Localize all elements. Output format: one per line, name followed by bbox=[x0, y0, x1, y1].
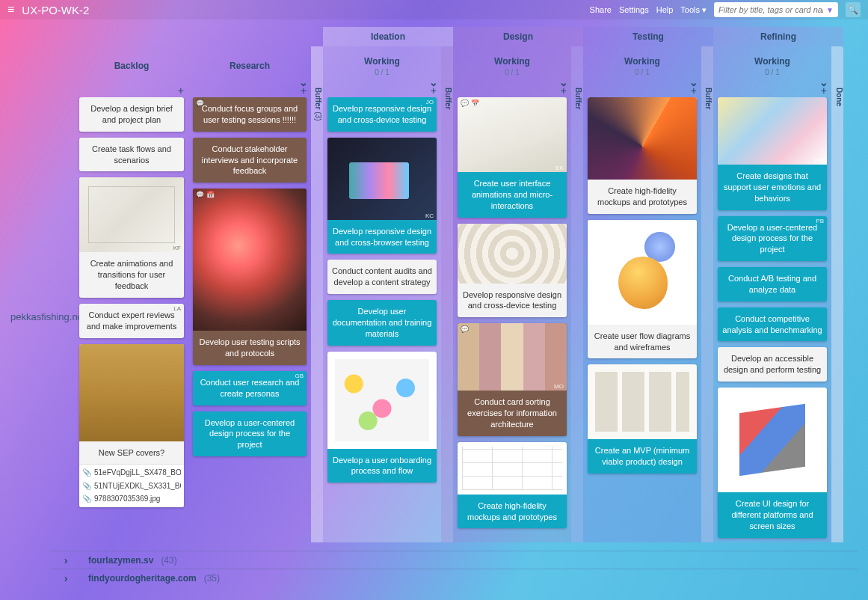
share-link[interactable]: Share bbox=[590, 5, 612, 14]
card[interactable]: PBDevelop a user-centered design process… bbox=[718, 216, 827, 262]
topbar-right: Share Settings Help Tools ▾ ▼ 🔍 bbox=[590, 2, 861, 17]
card[interactable]: Develop responsive design and cross-brow… bbox=[327, 138, 437, 254]
card-text: Create designs that support user emotion… bbox=[718, 165, 827, 210]
card[interactable]: Develop a user-centered design process f… bbox=[193, 411, 307, 457]
card[interactable]: 💬Conduct card sorting exercises for info… bbox=[458, 323, 567, 436]
chevron-down-icon[interactable]: ⌄ bbox=[689, 76, 698, 88]
board-title: UX-PO-WK-2 bbox=[22, 4, 89, 16]
card[interactable]: Develop an accessible design and perform… bbox=[718, 347, 827, 382]
card-image bbox=[79, 344, 184, 441]
help-link[interactable]: Help bbox=[656, 5, 674, 14]
buffer-testing[interactable]: Buffer bbox=[571, 46, 583, 542]
filter-dropdown-icon[interactable]: ▼ bbox=[826, 6, 834, 14]
card-text: Conduct expert reviews and make improvem… bbox=[79, 304, 184, 338]
add-card-backlog[interactable]: + bbox=[75, 85, 188, 97]
card-text: Create task flows and scenarios bbox=[79, 138, 184, 172]
card[interactable]: Create animations and transitions for us… bbox=[79, 177, 184, 298]
card-assignee: GB bbox=[685, 432, 694, 440]
chevron-right-icon: › bbox=[51, 572, 81, 584]
collapsed-lane[interactable]: › fourlazymen.sv (43) bbox=[51, 551, 858, 569]
swimlane-main: Ideation Design Testing Refining Backlog… bbox=[75, 27, 858, 542]
card[interactable]: 💬📅Develop user testing scripts and proto… bbox=[193, 189, 307, 365]
card[interactable]: Create UI design for different platforms… bbox=[718, 388, 827, 538]
buffer-ideation[interactable]: Buffer (3) bbox=[311, 46, 323, 542]
comment-icon: 💬 bbox=[196, 99, 204, 108]
card[interactable]: JODevelop responsive design and cross-de… bbox=[327, 97, 437, 132]
chevron-down-icon[interactable]: ⌄ bbox=[429, 76, 438, 88]
search-button[interactable]: 🔍 bbox=[846, 2, 861, 17]
card-image bbox=[588, 364, 697, 439]
card-text: Develop user documentation and training … bbox=[327, 300, 437, 346]
card[interactable]: Conduct A/B testing and analyze data bbox=[718, 267, 827, 301]
card[interactable]: GBConduct user research and create perso… bbox=[193, 371, 307, 405]
card[interactable]: 💬📅Create user interface animations and m… bbox=[458, 97, 567, 218]
card[interactable]: New SEP covers?📎51eFVqDgjLL_SX478_BO1,2.… bbox=[79, 344, 184, 507]
card-assignee: GB bbox=[295, 373, 304, 381]
column-backlog: Backlog + Develop a design brief and pro… bbox=[75, 46, 188, 542]
card[interactable]: Create an MVP (minimum viable product) d… bbox=[588, 364, 697, 474]
card-text: Develop a user onboarding process and fl… bbox=[327, 449, 437, 483]
card-text: Conduct focus groups and user testing se… bbox=[193, 97, 307, 132]
collapsed-lane[interactable]: › findyourdogheritage.com (35) bbox=[51, 569, 858, 587]
chevron-down-icon[interactable]: ⌄ bbox=[819, 76, 828, 88]
attachment-name: 51eFVqDgjLL_SX478_BO1,2... bbox=[94, 468, 181, 478]
card[interactable]: Create user flow diagrams and wireframes bbox=[588, 220, 697, 359]
card-text: Conduct user research and create persona… bbox=[193, 371, 307, 405]
add-card-research[interactable]: + bbox=[188, 85, 311, 97]
card[interactable]: Conduct stakeholder interviews and incor… bbox=[193, 138, 307, 183]
add-card-ideation[interactable]: + bbox=[323, 85, 441, 97]
col-head-ideation: Working 0 / 1 ⌄ bbox=[323, 46, 441, 85]
settings-link[interactable]: Settings bbox=[619, 5, 649, 14]
card[interactable]: Develop responsive design and cross-devi… bbox=[458, 224, 567, 318]
card-text: Create high-fidelity mockups and prototy… bbox=[458, 495, 567, 529]
card-text: Create an MVP (minimum viable product) d… bbox=[588, 439, 697, 474]
hamburger-icon[interactable]: ≡ bbox=[7, 3, 14, 16]
col-head-research: Research ⌄ bbox=[188, 46, 311, 85]
card[interactable]: Create task flows and scenarios bbox=[79, 138, 184, 172]
done-column-collapsed[interactable]: Done bbox=[831, 46, 843, 542]
card[interactable]: Conduct content audits and develop a con… bbox=[327, 260, 437, 294]
attachment-name: 51NTUjEXDKL_SX331_BO1,2... bbox=[94, 481, 181, 492]
card[interactable]: Create high-fidelity mockups and prototy… bbox=[458, 442, 567, 529]
collapsed-lanes: › fourlazymen.sv (43) › findyourdogherit… bbox=[51, 551, 858, 587]
chevron-down-icon[interactable]: ⌄ bbox=[299, 76, 308, 88]
topbar: ≡ UX-PO-WK-2 Share Settings Help Tools ▾… bbox=[0, 0, 868, 19]
card[interactable]: Develop user documentation and training … bbox=[327, 300, 437, 346]
card[interactable]: Develop a user onboarding process and fl… bbox=[327, 352, 437, 483]
comment-icon: 💬 bbox=[461, 325, 469, 334]
attachment-row[interactable]: 📎51eFVqDgjLL_SX478_BO1,2... bbox=[82, 466, 181, 480]
attachment-row[interactable]: 📎51NTUjEXDKL_SX331_BO1,2... bbox=[82, 480, 181, 493]
card-image bbox=[327, 352, 437, 449]
card-text: Develop a user-centered design process f… bbox=[718, 216, 827, 262]
search-input[interactable] bbox=[718, 5, 823, 14]
card-indicators: 💬 bbox=[461, 325, 469, 334]
card-image bbox=[588, 97, 697, 180]
card-image bbox=[718, 388, 827, 492]
card-assignee: PB bbox=[816, 218, 824, 226]
column-research: Research ⌄ + 💬Conduct focus groups and u… bbox=[188, 46, 311, 542]
card[interactable]: Create high-fidelity mockups and prototy… bbox=[588, 97, 697, 214]
date-icon: 📅 bbox=[471, 99, 479, 108]
card[interactable]: LAConduct expert reviews and make improv… bbox=[79, 304, 184, 338]
buffer-design[interactable]: Buffer bbox=[441, 46, 453, 542]
card[interactable]: 💬Conduct focus groups and user testing s… bbox=[193, 97, 307, 132]
chevron-down-icon[interactable]: ⌄ bbox=[559, 76, 568, 88]
column-ideation: Working 0 / 1 ⌄ + JODevelop responsive d… bbox=[323, 46, 441, 542]
search-wrap: ▼ bbox=[714, 2, 838, 17]
card-text: Conduct content audits and develop a con… bbox=[327, 260, 437, 294]
add-card-design[interactable]: + bbox=[453, 85, 571, 97]
add-card-refining[interactable]: + bbox=[713, 85, 831, 97]
card[interactable]: Create designs that support user emotion… bbox=[718, 97, 827, 210]
cards-refining: Create designs that support user emotion… bbox=[713, 97, 831, 542]
card[interactable]: Conduct competitive analysis and benchma… bbox=[718, 307, 827, 342]
card[interactable]: Develop a design brief and project plan bbox=[79, 97, 184, 132]
card-text: Develop responsive design and cross-devi… bbox=[458, 284, 567, 318]
add-card-testing[interactable]: + bbox=[583, 85, 701, 97]
buffer-refining[interactable]: Buffer bbox=[701, 46, 713, 542]
chevron-right-icon: › bbox=[51, 554, 81, 566]
tools-link[interactable]: Tools ▾ bbox=[680, 5, 707, 15]
col-head-design: Working 0 / 1 ⌄ bbox=[453, 46, 571, 85]
stage-refining: Refining bbox=[713, 27, 843, 46]
cards-testing: Create high-fidelity mockups and prototy… bbox=[583, 97, 701, 478]
attachment-row[interactable]: 📎9788307035369.jpg bbox=[82, 492, 181, 506]
